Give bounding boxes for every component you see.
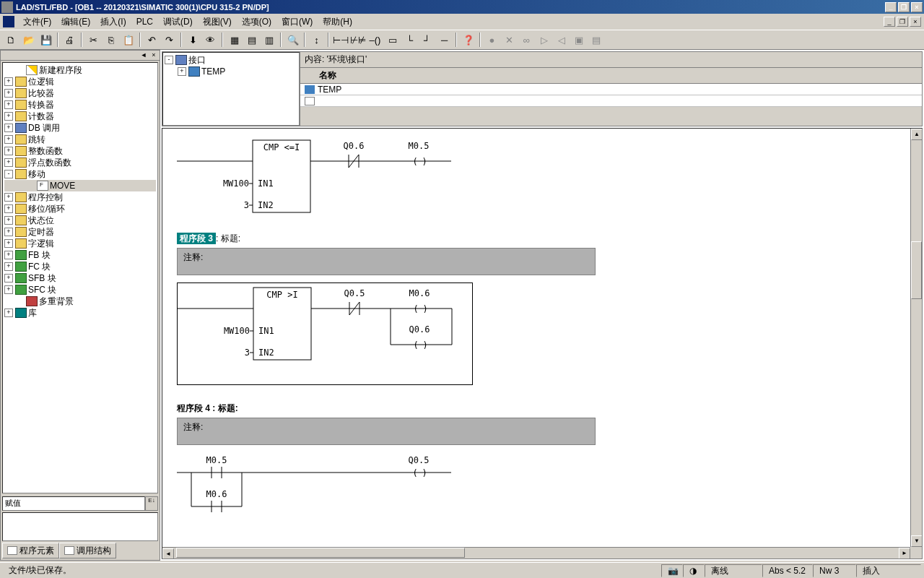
tree-item[interactable]: +字逻辑: [4, 238, 156, 249]
tree-item[interactable]: MOVE: [4, 180, 156, 191]
save-icon[interactable]: 💾: [38, 32, 54, 48]
tree-item[interactable]: +状态位: [4, 215, 156, 226]
menu-window[interactable]: 窗口(W): [277, 14, 317, 30]
mdi-close-button[interactable]: ×: [910, 17, 921, 27]
open-icon[interactable]: 📂: [20, 32, 37, 48]
branch-open-icon[interactable]: └: [401, 32, 418, 48]
copy-icon[interactable]: ⎘: [103, 32, 119, 48]
menu-debug[interactable]: 调试(D): [159, 14, 197, 30]
expand-icon[interactable]: +: [178, 67, 186, 76]
tree-item[interactable]: -移动: [4, 168, 156, 180]
print-icon[interactable]: 🖨: [61, 32, 78, 48]
undo-icon[interactable]: ↶: [144, 32, 160, 48]
menu-view[interactable]: 视图(V): [199, 14, 236, 30]
vertical-scrollbar[interactable]: ▲ ▼: [910, 129, 922, 547]
element-tree[interactable]: 新建程序段+位逻辑+比较器+转换器+计数器+DB 调用+跳转+整数函数+浮点数函…: [2, 62, 158, 493]
scroll-right-icon[interactable]: ►: [899, 548, 910, 559]
expand-icon[interactable]: -: [165, 56, 173, 64]
coil-icon[interactable]: –(): [367, 32, 383, 48]
tree-item[interactable]: +浮点数函数: [4, 157, 156, 168]
cut-icon[interactable]: ✂: [85, 32, 102, 48]
ladder-editor[interactable]: CMP <=I MW100 IN1 3 IN2 Q0.6 M0.5 (): [162, 128, 923, 559]
overview-icon[interactable]: ▤: [243, 32, 260, 48]
search-icon[interactable]: 🔍: [284, 32, 301, 48]
monitor-icon[interactable]: 👁: [202, 32, 219, 48]
minimize-button[interactable]: _: [885, 2, 897, 12]
scroll-up-icon[interactable]: ▲: [911, 129, 923, 140]
tab-call-structure[interactable]: 调用结构: [59, 543, 116, 558]
status-5-icon[interactable]: ◁: [553, 32, 570, 48]
expand-icon[interactable]: +: [4, 285, 13, 294]
expand-icon[interactable]: +: [4, 135, 13, 144]
mdi-restore-button[interactable]: ❐: [897, 17, 908, 27]
paste-icon[interactable]: 📋: [120, 32, 136, 48]
expand-icon[interactable]: +: [4, 124, 13, 132]
expand-icon[interactable]: -: [4, 170, 13, 178]
tab-elements[interactable]: 程序元素: [2, 543, 59, 558]
tree-item[interactable]: +移位/循环: [4, 203, 156, 215]
panel-close-icon[interactable]: ×: [149, 51, 158, 60]
expand-icon[interactable]: +: [4, 100, 13, 109]
expand-icon[interactable]: +: [4, 147, 13, 155]
tree-item[interactable]: +FC 块: [4, 261, 156, 272]
status-4-icon[interactable]: ▷: [536, 32, 552, 48]
scroll-down-icon[interactable]: ▼: [911, 535, 923, 547]
status-3-icon[interactable]: ∞: [518, 32, 535, 48]
tree-item[interactable]: +转换器: [4, 99, 156, 111]
tree-item[interactable]: +SFC 块: [4, 284, 156, 296]
menu-help[interactable]: 帮助(H): [318, 14, 357, 30]
tree-item[interactable]: +SFB 块: [4, 272, 156, 284]
branch-close-icon[interactable]: ┘: [419, 32, 435, 48]
panel-pin-icon[interactable]: ◄: [139, 51, 148, 60]
assign-input[interactable]: 赋值: [2, 496, 145, 511]
expand-icon[interactable]: +: [4, 158, 13, 167]
maximize-button[interactable]: ❐: [898, 2, 910, 12]
box-icon[interactable]: ▭: [384, 32, 401, 48]
tree-item[interactable]: +位逻辑: [4, 76, 156, 87]
menu-insert[interactable]: 插入(I): [96, 14, 130, 30]
expand-icon[interactable]: +: [4, 193, 13, 202]
expand-icon[interactable]: +: [4, 239, 13, 248]
expand-icon[interactable]: +: [4, 274, 13, 282]
menu-options[interactable]: 选项(O): [237, 14, 276, 30]
expand-icon[interactable]: +: [4, 89, 13, 98]
menu-edit[interactable]: 编辑(E): [57, 14, 95, 30]
download-icon[interactable]: ⬇: [185, 32, 201, 48]
status-1-icon[interactable]: ●: [484, 32, 500, 48]
contact-no-icon[interactable]: ⊢⊣: [332, 32, 349, 48]
new-icon[interactable]: 🗋: [3, 32, 19, 48]
status-6-icon[interactable]: ▣: [570, 32, 587, 48]
assign-dropdown-icon[interactable]: E↓: [145, 496, 158, 511]
goto-icon[interactable]: ↕: [308, 32, 325, 48]
tree-item[interactable]: +DB 调用: [4, 122, 156, 134]
tree-item[interactable]: +跳转: [4, 134, 156, 145]
expand-icon[interactable]: +: [4, 112, 13, 121]
scroll-left-icon[interactable]: ◄: [162, 548, 174, 559]
contact-nc-icon[interactable]: ⊬⊭: [349, 32, 366, 48]
interface-row-empty[interactable]: [300, 95, 922, 107]
tree-item[interactable]: +整数函数: [4, 145, 156, 157]
redo-icon[interactable]: ↷: [161, 32, 178, 48]
tree-item[interactable]: 新建程序段: [4, 64, 156, 76]
tree-item[interactable]: 多重背景: [4, 296, 156, 307]
network-4-comment[interactable]: 注释:: [177, 418, 596, 445]
interface-row-temp[interactable]: TEMP: [300, 84, 922, 95]
help-icon[interactable]: ❓: [460, 32, 476, 48]
catalog-icon[interactable]: ▦: [226, 32, 243, 48]
tree-item[interactable]: +定时器: [4, 226, 156, 238]
tree-item[interactable]: +计数器: [4, 111, 156, 122]
expand-icon[interactable]: +: [4, 251, 13, 259]
network-3-title-hl[interactable]: 程序段 3: [177, 233, 216, 244]
expand-icon[interactable]: +: [4, 309, 13, 317]
close-button[interactable]: ×: [911, 2, 923, 12]
interface-tree[interactable]: -接口 +TEMP: [162, 52, 300, 126]
expand-icon[interactable]: +: [4, 228, 13, 236]
tree-item[interactable]: +库: [4, 307, 156, 319]
menu-plc[interactable]: PLC: [132, 15, 157, 28]
status-2-icon[interactable]: ✕: [501, 32, 518, 48]
expand-icon[interactable]: +: [4, 77, 13, 86]
expand-icon[interactable]: +: [4, 204, 13, 213]
network-3-comment[interactable]: 注释:: [177, 248, 596, 275]
expand-icon[interactable]: +: [4, 216, 13, 225]
connection-icon[interactable]: ─: [436, 32, 453, 48]
